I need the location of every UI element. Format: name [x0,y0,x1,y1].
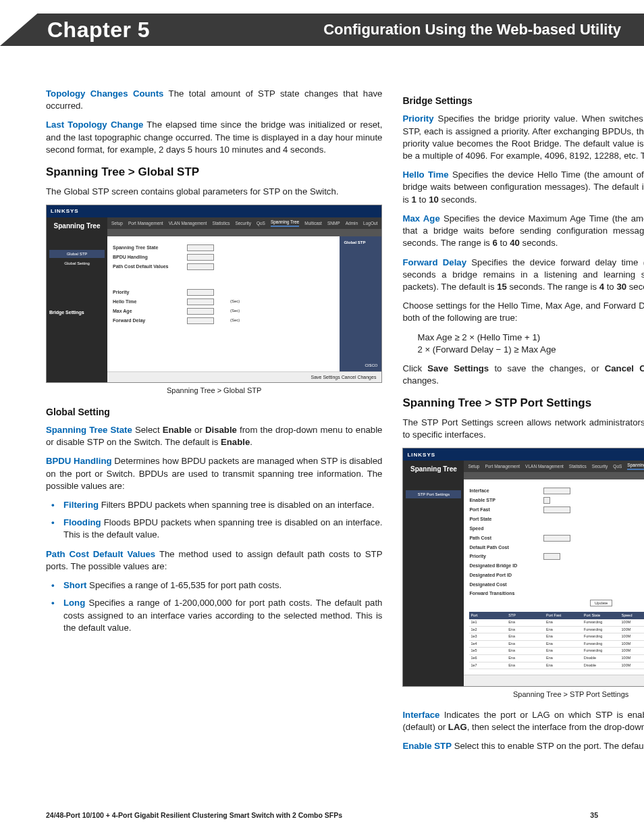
input [187,317,214,324]
para-interface: Interface Indicates the port or LAG on w… [402,709,644,733]
term: Flooding [63,517,101,527]
nav-item: Multicast [304,221,322,227]
bold: Enable [163,425,192,435]
field-label: Forward Transitions [469,590,530,597]
heading-bridge-settings: Bridge Settings [402,95,644,107]
field-label: Port State [469,516,530,523]
field-label: Forward Delay [113,317,173,324]
bold: 15 [497,282,507,292]
fig-content: Spanning Tree State BPDU Handling Path C… [107,236,381,371]
field-label: Path Cost Default Values [113,263,173,270]
fig-sidebar: Spanning Tree STP Port Settings [403,461,464,686]
update-button: Update [590,600,612,606]
input [187,289,214,296]
list-bpdu: Filtering Filters BPDU packets when span… [46,499,382,542]
selected-tab: STP Port Settings [406,490,461,498]
text: to [417,194,429,205]
text: Indicates the port or LAG on which STP i… [439,710,644,720]
bridge-section-label: Bridge Settings [49,309,105,316]
list-pathcost: Short Specifies a range of 1-65,535 for … [46,579,382,634]
para-global-stp-intro: The Global STP screen contains global pa… [46,186,382,198]
dropdown [543,553,560,560]
text: seconds. [439,194,477,205]
text: Select [132,425,163,435]
field-label: Interface [469,488,530,494]
para-max-age: Max Age Specifies the device Maximum Age… [402,213,644,250]
text: Specifies the bridge priority value. Whe… [402,113,644,148]
field-label: Path Cost [469,535,530,542]
input [187,298,214,305]
nav-item: Security [235,221,250,227]
fig-nav: Setup Port Management VLAN Management St… [464,461,644,473]
heading-global-stp: Spanning Tree > Global STP [46,164,382,180]
table-header: Port STP Port Fast Port State Speed Path… [469,612,644,620]
para-last-topology: Last Topology Change The elapsed time si… [46,119,382,156]
page-number: 35 [590,811,598,819]
text: Floods BPDU packets when spanning tree i… [63,517,382,540]
header-band-content: Chapter 5 Configuration Using the Web-ba… [0,14,644,46]
brand: LINKSYS [51,207,79,215]
heading-global-setting: Global Setting [46,406,382,419]
dropdown [187,244,214,251]
field-label: Priority [113,289,173,296]
right-column: Bridge Settings Priority Specifies the b… [402,88,644,760]
fig-main: Setup Port Management VLAN Management St… [464,461,644,686]
bold: 30 [616,282,626,292]
text: to save the changes, or [489,363,605,373]
nav-item-selected: Spanning Tree [271,219,299,227]
nav-item: VLAN Management [169,221,207,227]
figure-caption: Spanning Tree > STP Port Settings [402,689,644,700]
panel-name: Spanning Tree [49,221,105,231]
fig-main: Setup Port Management VLAN Management St… [107,217,381,383]
input [543,535,570,542]
term: Short [63,580,86,590]
bold: 1 [412,194,417,205]
selected-tab: Global STP [49,250,105,258]
para-stp-port-intro: The STP Port Settings screen allows netw… [402,417,644,441]
term: Hello Time [402,170,448,180]
text: Specifies a range of 1-200,000,000 for p… [63,598,382,632]
field-label: Hello Time [113,298,173,305]
text: seconds. The range is [402,238,492,248]
checkbox [543,497,550,504]
para-spanning-tree-state: Spanning Tree State Select Enable or Dis… [46,424,382,448]
nav-item: Port Management [128,221,163,227]
fig-sidebar: Spanning Tree Global STP Global Setting … [47,217,107,383]
bold: 10 [429,194,439,205]
table-row: 1e1EnaEnaForwarding100M200000128 [469,619,644,627]
term: Topology Changes Counts [46,88,163,99]
fig-nav: Setup Port Management VLAN Management St… [107,217,381,230]
sub-tab: Global Setting [49,259,105,267]
text: The Global STP screen contains global pa… [46,186,338,197]
field-label: Designated Port ID [469,572,530,579]
figure-caption: Spanning Tree > Global STP [46,386,382,396]
equation-2: 2 × (Forward Delay − 1) ≥ Max Age [417,344,644,356]
term: Max Age [402,213,439,224]
term: Priority [402,113,433,124]
bold: 4 [599,282,604,292]
nav-item: Port Management [485,464,520,470]
bold: 6 [493,238,498,248]
term: Path Cost Default Values [46,549,155,559]
text: seconds. The range is [507,282,599,292]
help-panel: Global STP CISCO [340,236,381,371]
fig-titlebar: LINKSYS [403,448,644,461]
fig-body: Spanning Tree Global STP Global Setting … [47,217,381,383]
nav-item: Statistics [212,221,230,227]
page-header: Chapter 5 Configuration Using the Web-ba… [0,0,644,55]
term: Long [63,598,85,608]
bold: 40 [510,238,520,248]
heading-stp-port-settings: Spanning Tree > STP Port Settings [402,395,644,411]
text: seconds. [626,282,644,292]
unit: (Sec) [230,308,240,315]
term: BPDU Handling [46,456,112,466]
chapter-label: Chapter 5 [47,18,150,43]
fig-subnav [464,473,644,479]
nav-item: QoS [613,464,622,470]
text: seconds. [520,238,558,248]
fig-content: Interface Enable STP Port Fast Port Stat… [464,479,644,675]
text: or [192,425,205,435]
term: Spanning Tree State [46,425,132,435]
page-footer: 24/48-Port 10/100 + 4-Port Gigabit Resil… [46,811,598,819]
field-label: Designated Bridge ID [469,563,530,569]
